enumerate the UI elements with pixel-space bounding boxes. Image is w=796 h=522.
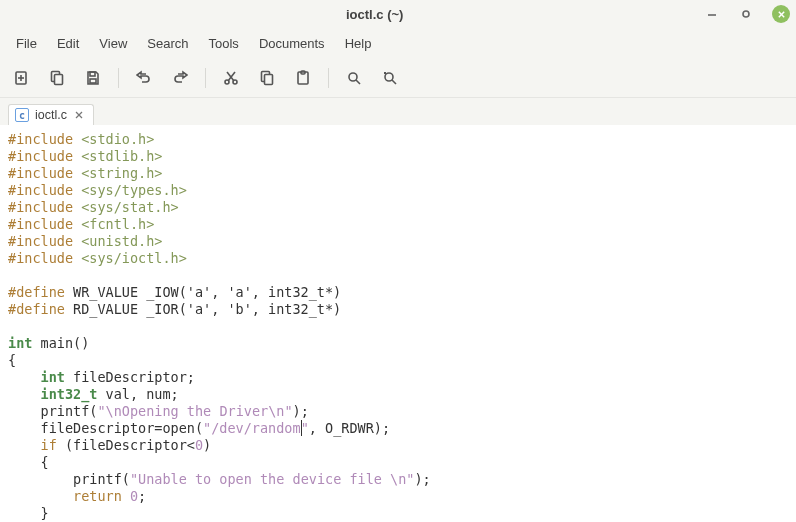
svg-rect-10 bbox=[90, 79, 96, 83]
menu-view[interactable]: View bbox=[89, 32, 137, 55]
window-title: ioctl.c (~) bbox=[346, 7, 403, 22]
menu-search[interactable]: Search bbox=[137, 32, 198, 55]
code-editor[interactable]: #include <stdio.h> #include <stdlib.h> #… bbox=[0, 125, 796, 522]
svg-rect-16 bbox=[265, 75, 273, 85]
menu-file[interactable]: File bbox=[6, 32, 47, 55]
svg-line-20 bbox=[356, 80, 360, 84]
tab-close-button[interactable] bbox=[73, 109, 85, 121]
svg-rect-8 bbox=[55, 75, 63, 85]
svg-point-21 bbox=[385, 73, 393, 81]
cut-button[interactable] bbox=[220, 67, 242, 89]
close-button[interactable] bbox=[772, 5, 790, 23]
svg-rect-9 bbox=[90, 72, 95, 76]
menubar: File Edit View Search Tools Documents He… bbox=[0, 28, 796, 61]
maximize-button[interactable] bbox=[738, 6, 754, 22]
undo-button[interactable] bbox=[133, 67, 155, 89]
menu-documents[interactable]: Documents bbox=[249, 32, 335, 55]
open-file-button[interactable] bbox=[46, 67, 68, 89]
tab-label: ioctl.c bbox=[35, 108, 67, 122]
tabbar: c ioctl.c bbox=[0, 98, 796, 125]
titlebar: ioctl.c (~) bbox=[0, 0, 796, 28]
copy-button[interactable] bbox=[256, 67, 278, 89]
menu-tools[interactable]: Tools bbox=[199, 32, 249, 55]
find-replace-button[interactable] bbox=[379, 67, 401, 89]
menu-help[interactable]: Help bbox=[335, 32, 382, 55]
minimize-button[interactable] bbox=[704, 6, 720, 22]
find-button[interactable] bbox=[343, 67, 365, 89]
paste-button[interactable] bbox=[292, 67, 314, 89]
toolbar-separator bbox=[118, 68, 119, 88]
c-file-icon: c bbox=[15, 108, 29, 122]
save-button[interactable] bbox=[82, 67, 104, 89]
toolbar-separator bbox=[205, 68, 206, 88]
svg-point-1 bbox=[743, 11, 749, 17]
code-content: #include <stdio.h> #include <stdlib.h> #… bbox=[8, 131, 796, 522]
toolbar-separator bbox=[328, 68, 329, 88]
new-file-button[interactable] bbox=[10, 67, 32, 89]
redo-button[interactable] bbox=[169, 67, 191, 89]
svg-line-22 bbox=[392, 80, 396, 84]
svg-point-19 bbox=[349, 73, 357, 81]
toolbar bbox=[0, 61, 796, 98]
window-controls bbox=[704, 5, 790, 23]
menu-edit[interactable]: Edit bbox=[47, 32, 89, 55]
tab-ioctl[interactable]: c ioctl.c bbox=[8, 104, 94, 125]
